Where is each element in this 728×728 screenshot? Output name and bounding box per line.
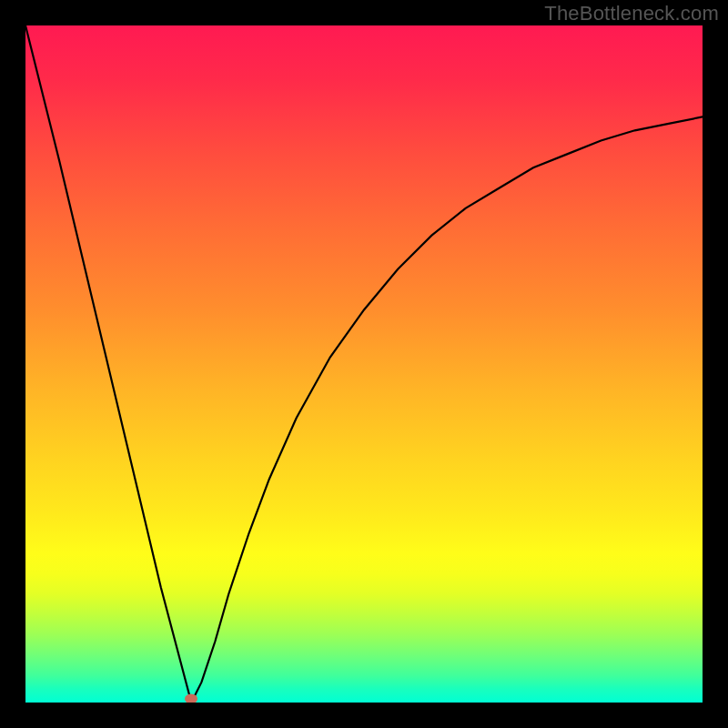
- watermark-text: TheBottleneck.com: [544, 2, 719, 25]
- minimum-marker-icon: [185, 694, 197, 703]
- bottleneck-curve: [25, 25, 703, 703]
- chart-container: TheBottleneck.com: [0, 0, 728, 728]
- plot-area: [25, 25, 703, 703]
